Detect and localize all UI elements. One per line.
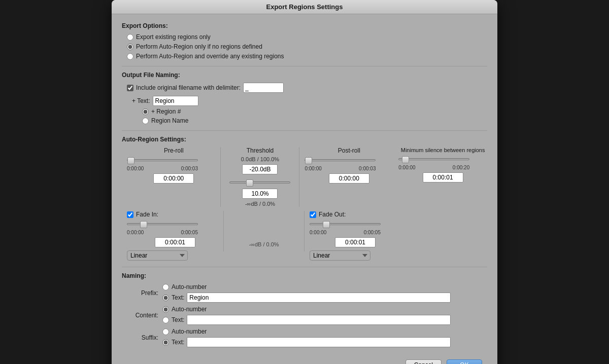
min-silence-slider[interactable] — [398, 155, 469, 163]
export-options-group: Export existing regions only Perform Aut… — [127, 33, 487, 60]
buttons-row: Cancel OK — [122, 353, 487, 364]
suffix-auto-radio[interactable] — [162, 329, 169, 335]
prefix-options: Auto-number Text: — [162, 283, 451, 303]
prefix-text-radio[interactable] — [162, 295, 169, 301]
fade-in-value-input[interactable] — [155, 237, 195, 247]
min-silence-max: 0:00:20 — [453, 165, 469, 170]
region-hash-label: + Region # — [151, 108, 181, 115]
auto-region-section: Auto-Region Settings: Pre-roll 0:00:00 0… — [122, 136, 487, 261]
suffix-label: Suffix: — [127, 334, 162, 341]
threshold-bottom-label: -∞dB / 0.0% — [245, 201, 275, 207]
include-original-row[interactable]: Include original filename with delimiter… — [127, 83, 487, 93]
content-text-input[interactable] — [187, 315, 451, 325]
fade-out-label: Fade Out: — [319, 211, 346, 218]
threshold-section: Threshold 0.0dB / 100.0% -∞dB / 0.0% — [220, 147, 299, 207]
export-opt2-label: Perform Auto-Region only if no regions d… — [136, 43, 262, 50]
min-silence-min: 0:00:00 — [398, 165, 415, 170]
fade-in-slider[interactable] — [127, 220, 198, 228]
export-opt1-row[interactable]: Export existing regions only — [127, 33, 487, 41]
postroll-min: 0:00:00 — [304, 166, 321, 171]
suffix-options: Auto-number Text: — [162, 328, 451, 347]
prefix-text-input[interactable] — [187, 293, 451, 303]
preroll-max: 0:00:03 — [181, 166, 198, 171]
prefix-label: Prefix: — [127, 289, 162, 297]
prefix-auto-label: Auto-number — [172, 283, 207, 290]
cancel-button[interactable]: Cancel — [405, 359, 442, 364]
region-name-row[interactable]: Region Name — [142, 117, 487, 124]
fade-out-checkbox-row[interactable]: Fade Out: — [310, 211, 401, 218]
fade-out-value-input[interactable] — [335, 237, 376, 247]
fade-in-checkbox-row[interactable]: Fade In: — [127, 211, 223, 218]
text-value-input[interactable] — [153, 96, 198, 106]
export-opt2-row[interactable]: Perform Auto-Region only if no regions d… — [127, 43, 487, 50]
preroll-label: Pre-roll — [127, 147, 220, 154]
prefix-auto-radio[interactable] — [162, 284, 169, 290]
divider1 — [122, 66, 487, 66]
export-regions-dialog: Export Regions Settings Export Options: … — [112, 0, 497, 364]
dialog-title-bar: Export Regions Settings — [112, 0, 497, 14]
region-name-radio[interactable] — [142, 118, 149, 124]
threshold-neg-inf-label: -∞dB / 0.0% — [249, 241, 279, 247]
preroll-slider[interactable] — [127, 156, 198, 164]
export-opt3-label: Perform Auto-Region and override any exi… — [136, 53, 284, 60]
threshold-pct-input[interactable] — [242, 189, 278, 199]
postroll-section: Post-roll 0:00:00 0:00:03 — [299, 147, 393, 207]
output-naming-section: Output File Naming: Include original fil… — [122, 71, 487, 124]
suffix-text-input[interactable] — [187, 337, 451, 347]
threshold-slider[interactable] — [229, 178, 290, 187]
threshold-db-input[interactable] — [242, 164, 278, 174]
threshold-label: Threshold — [247, 147, 274, 154]
auto-region-label: Auto-Region Settings: — [122, 136, 487, 143]
fade-in-label: Fade In: — [136, 211, 158, 218]
postroll-max: 0:00:03 — [359, 166, 376, 171]
output-naming-label: Output File Naming: — [122, 71, 487, 79]
include-original-checkbox[interactable] — [127, 85, 133, 91]
export-opt3-row[interactable]: Perform Auto-Region and override any exi… — [127, 53, 487, 60]
export-opt1-radio[interactable] — [127, 34, 133, 41]
fade-in-checkbox[interactable] — [127, 211, 133, 218]
suffix-text-row[interactable]: Text: — [162, 337, 451, 347]
fade-in-section: Fade In: 0:00:00 0:00:05 Linear Equal Po… — [127, 211, 223, 261]
content-text-row[interactable]: Text: — [162, 315, 451, 325]
export-opt2-radio[interactable] — [127, 44, 133, 50]
ok-button[interactable]: OK — [447, 359, 482, 364]
content-auto-radio[interactable] — [162, 306, 169, 313]
region-hash-row[interactable]: + Region # — [142, 108, 487, 115]
suffix-auto-label: Auto-number — [172, 328, 207, 335]
suffix-auto-row[interactable]: Auto-number — [162, 328, 451, 335]
prefix-text-label: Text: — [172, 294, 184, 301]
divider2 — [122, 130, 487, 131]
postroll-slider[interactable] — [304, 156, 376, 164]
fade-out-slider[interactable] — [310, 220, 381, 228]
delimiter-input[interactable] — [243, 83, 284, 93]
content-text-radio[interactable] — [162, 317, 169, 323]
export-options-section: Export Options: Export existing regions … — [122, 22, 487, 60]
content-auto-row[interactable]: Auto-number — [162, 306, 451, 313]
postroll-value-input[interactable] — [329, 173, 369, 184]
suffix-text-radio[interactable] — [162, 339, 169, 346]
fade-out-mode-select[interactable]: Linear Equal Power S-Curve None — [310, 250, 370, 261]
threshold-top-label: 0.0dB / 100.0% — [241, 156, 279, 162]
fade-out-min: 0:00:00 — [310, 230, 326, 235]
region-options: + Region # Region Name — [142, 108, 487, 124]
preroll-value-input[interactable] — [153, 173, 194, 184]
threshold-spacer: -∞dB / 0.0% — [223, 211, 304, 251]
export-options-label: Export Options: — [122, 22, 487, 29]
content-row: Content: Auto-number Text: — [127, 306, 487, 325]
prefix-text-row[interactable]: Text: — [162, 293, 451, 303]
dialog-title: Export Regions Settings — [266, 3, 343, 11]
fade-out-section: Fade Out: 0:00:00 0:00:05 Linear Equal P… — [304, 211, 401, 261]
export-opt3-radio[interactable] — [127, 53, 133, 60]
fade-out-checkbox[interactable] — [310, 211, 316, 218]
fade-out-max: 0:00:05 — [364, 230, 381, 235]
naming-section: Naming: Prefix: Auto-number Text: — [122, 272, 487, 347]
export-opt1-label: Export existing regions only — [136, 33, 211, 41]
region-hash-radio[interactable] — [142, 108, 149, 115]
divider3 — [122, 267, 487, 267]
prefix-auto-row[interactable]: Auto-number — [162, 283, 451, 290]
content-text-label: Text: — [172, 316, 184, 323]
suffix-text-label: Text: — [172, 339, 184, 346]
min-silence-value-input[interactable] — [423, 172, 463, 183]
content-label: Content: — [127, 312, 162, 319]
fade-in-mode-select[interactable]: Linear Equal Power S-Curve None — [127, 250, 188, 261]
